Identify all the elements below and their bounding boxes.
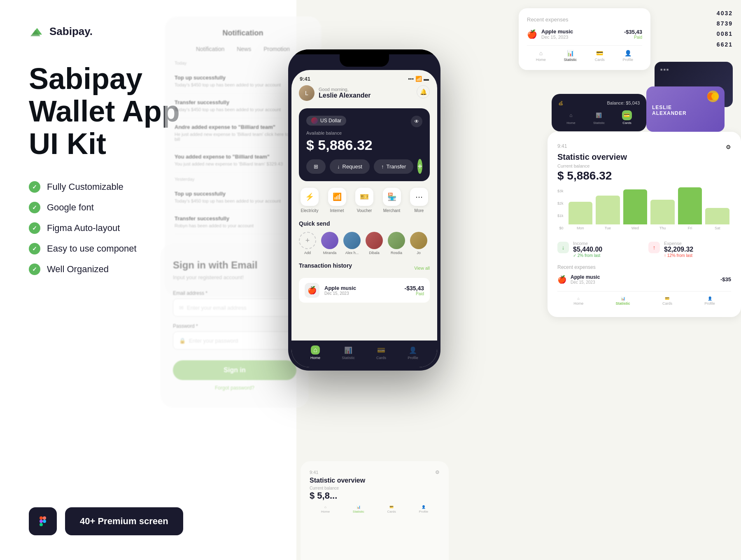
merchant-icon: 🏪 bbox=[383, 188, 401, 206]
password-field: Password * 🔒 Enter your password bbox=[173, 323, 296, 350]
contact-rosdia[interactable]: Rosdia bbox=[388, 232, 405, 255]
mini-expense-amount-col: -$35,43 Paid bbox=[624, 29, 642, 40]
y-label-3k: $3k bbox=[557, 189, 564, 193]
password-label: Password * bbox=[173, 323, 296, 329]
service-more[interactable]: ⋯ More bbox=[410, 188, 428, 213]
quick-send-title: Quick send bbox=[299, 220, 430, 227]
service-merchant[interactable]: 🏪 Merchant bbox=[383, 188, 401, 213]
add-contact[interactable]: + Add bbox=[299, 232, 316, 255]
contact-miranda[interactable]: Miranda bbox=[321, 232, 338, 255]
notif-tab-notification: Notification bbox=[196, 46, 224, 52]
wallet-nav-home[interactable]: ⌂ Home bbox=[566, 110, 576, 125]
bar-sat-fill bbox=[705, 208, 729, 224]
income-details: Income $5,440.00 ✓ 2% from last bbox=[573, 241, 602, 258]
greeting-text: Good morning, Leslie Alexander bbox=[319, 87, 371, 99]
mini-expense-date: Dec 15, 2023 bbox=[541, 35, 620, 40]
transaction-header: Transaction history View all bbox=[299, 262, 430, 274]
mini-expense-item-1: 🍎 Apple music Dec 15, 2023 -$35,43 Paid bbox=[527, 28, 642, 40]
currency-badge[interactable]: US Dollar bbox=[306, 116, 346, 126]
stat-nav-cards-label: Cards bbox=[662, 301, 672, 306]
mini-nav-statistic[interactable]: 📊 Statistic bbox=[564, 50, 577, 62]
bar-tue: Tue bbox=[596, 196, 620, 230]
wallet-nav-cards[interactable]: 💳 Cards bbox=[622, 110, 632, 125]
statistic-nav-label: Statistic bbox=[342, 356, 355, 360]
qr-icon: ⊞ bbox=[314, 163, 318, 170]
password-input-placeholder[interactable]: 🔒 Enter your password bbox=[173, 331, 296, 350]
stat-settings-icon[interactable]: ⚙ bbox=[726, 144, 731, 150]
contact-jo[interactable]: Jo bbox=[410, 232, 427, 255]
stat-balance-amount: $ 5,886.32 bbox=[557, 169, 731, 182]
sign-in-button[interactable]: Sign in bbox=[173, 360, 296, 380]
bottom-nav-profile[interactable]: 👤 Profile bbox=[419, 505, 428, 513]
bar-sat: Sat bbox=[705, 208, 729, 230]
mini-expense-info: Apple music Dec 15, 2023 bbox=[541, 28, 620, 40]
bottom-stat-settings-icon[interactable]: ⚙ bbox=[435, 469, 440, 475]
stat-panel: 9:41 ⚙ Statistic overview Current balanc… bbox=[548, 132, 741, 317]
card-numbers-display: 4032 8739 0081 6621 bbox=[717, 8, 733, 50]
nav-home[interactable]: ⌂ Home bbox=[310, 345, 320, 360]
stat-nav-statistic[interactable]: 📊 Statistic bbox=[616, 296, 630, 306]
feature-check-2 bbox=[29, 202, 40, 213]
qr-button[interactable]: ⊞ bbox=[306, 159, 326, 174]
stat-nav-cards[interactable]: 💳 Cards bbox=[662, 296, 672, 306]
trans-paid-1: Paid bbox=[405, 292, 424, 296]
mini-nav-home[interactable]: ⌂ Home bbox=[536, 50, 546, 62]
phone-time: 9:41 bbox=[300, 76, 310, 82]
stat-title: Statistic overview bbox=[557, 152, 731, 162]
bar-chart-area: $3k $2k $1k $0 Mon Tue Wed Thu bbox=[557, 189, 731, 234]
wallet-nav-statistic[interactable]: 📊 Statistic bbox=[593, 110, 605, 125]
nav-statistic[interactable]: 📊 Statistic bbox=[342, 345, 355, 360]
greeting-morning: Good morning, bbox=[319, 87, 371, 92]
nav-profile[interactable]: 👤 Profile bbox=[408, 345, 418, 360]
more-label: More bbox=[415, 208, 424, 213]
bottom-cards-icon: 💳 bbox=[389, 505, 394, 509]
stat-nav-statistic-label: Statistic bbox=[616, 301, 630, 306]
service-internet[interactable]: 📶 Internet bbox=[328, 188, 346, 213]
request-button[interactable]: ↓ Request bbox=[330, 159, 370, 174]
stat-balance-label: Current balance bbox=[557, 163, 731, 168]
mini-cards-label: Cards bbox=[595, 58, 605, 62]
wallet-overlay: 💰 Balance: $5,043 ⌂ Home 📊 Statistic 💳 C… bbox=[552, 94, 646, 131]
forgot-password-link[interactable]: Forgot password? bbox=[173, 385, 296, 391]
alex-avatar bbox=[343, 232, 361, 249]
voucher-icon: 🎫 bbox=[355, 188, 373, 206]
bar-thu: Thu bbox=[650, 200, 675, 230]
bottom-stat-header: 9:41 ⚙ bbox=[310, 469, 440, 475]
sabipay-logo-icon bbox=[29, 25, 45, 38]
premium-button[interactable]: 40+ Premium screen bbox=[65, 507, 183, 535]
view-all-link[interactable]: View all bbox=[414, 266, 430, 271]
bottom-nav-cards[interactable]: 💳 Cards bbox=[387, 505, 396, 513]
bottom-nav-statistic[interactable]: 📊 Statistic bbox=[353, 505, 364, 513]
bell-icon[interactable]: 🔔 bbox=[417, 85, 430, 98]
wallet-statistic-icon: 📊 bbox=[594, 110, 604, 120]
mini-nav-profile[interactable]: 👤 Profile bbox=[623, 50, 634, 62]
profile-nav-icon: 👤 bbox=[408, 345, 417, 355]
contact-dibala[interactable]: Dibala bbox=[366, 232, 383, 255]
nav-cards[interactable]: 💳 Cards bbox=[376, 345, 386, 360]
mini-expense-amount: -$35,43 bbox=[624, 29, 642, 35]
bar-mon-label: Mon bbox=[577, 226, 584, 230]
figma-icon bbox=[36, 515, 49, 528]
bottom-stat-amount: $ 5,8... bbox=[310, 490, 440, 501]
stat-nav-home[interactable]: ⌂ Home bbox=[573, 296, 583, 306]
stat-nav-profile[interactable]: 👤 Profile bbox=[704, 296, 715, 306]
service-voucher[interactable]: 🎫 Voucher bbox=[355, 188, 373, 213]
eye-button[interactable]: 👁 bbox=[411, 116, 422, 127]
figma-button[interactable] bbox=[29, 507, 57, 535]
bottom-home-icon: ⌂ bbox=[324, 505, 326, 509]
income-change: ✓ 2% from last bbox=[573, 253, 602, 258]
miranda-avatar bbox=[321, 232, 338, 249]
contact-alex[interactable]: Alex h... bbox=[343, 232, 361, 255]
trans-amount-col-1: -$35,43 Paid bbox=[405, 285, 424, 296]
transfer-button[interactable]: ↑ Transfer bbox=[374, 159, 413, 174]
service-electricity[interactable]: ⚡ Electricity bbox=[301, 188, 319, 213]
bar-mon-fill bbox=[569, 202, 593, 224]
y-label-1k: $1k bbox=[557, 214, 564, 218]
bottom-nav-home[interactable]: ⌂ Home bbox=[321, 505, 330, 513]
mini-nav-cards[interactable]: 💳 Cards bbox=[595, 50, 605, 62]
svg-rect-0 bbox=[40, 516, 43, 520]
bar-wed-label: Wed bbox=[631, 226, 639, 230]
email-input-placeholder[interactable]: ✉ Enter your email address bbox=[173, 299, 296, 317]
add-button[interactable]: + bbox=[417, 159, 422, 174]
wallet-cards-label: Cards bbox=[622, 121, 631, 125]
